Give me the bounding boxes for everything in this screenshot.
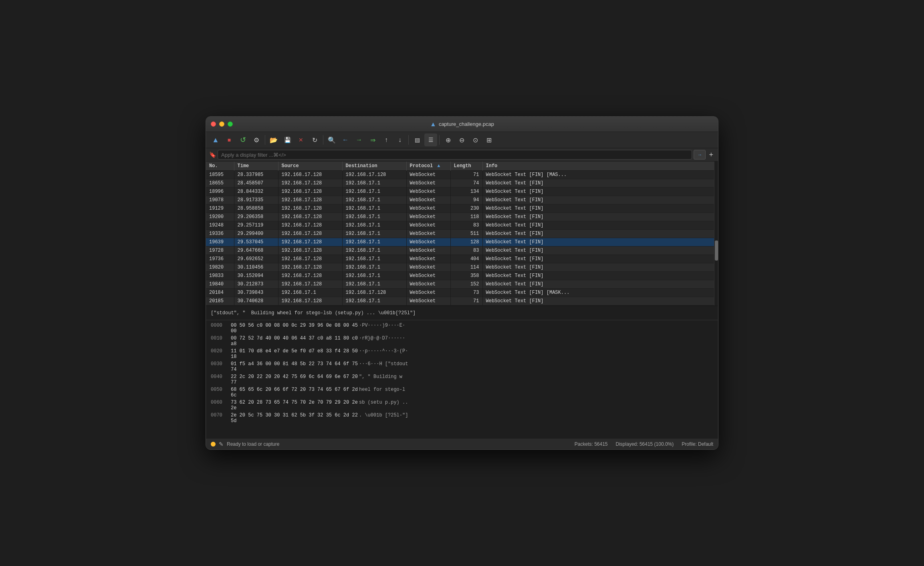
hex-row: 0010 00 72 52 7d 40 00 40 06 44 37 c0 a8… — [211, 335, 713, 348]
cell-dst: 192.168.17.1 — [342, 188, 406, 196]
cell-time: 28.958858 — [234, 204, 278, 213]
cell-src: 192.168.17.128 — [278, 179, 342, 188]
table-row[interactable]: 18595 28.337985 192.168.17.128 192.168.1… — [206, 171, 718, 179]
window-title: ▲ capture_challenge.pcap — [430, 121, 494, 128]
col-header-time[interactable]: Time — [234, 162, 278, 171]
cell-dst: 192.168.17.1 — [342, 297, 406, 305]
table-row[interactable]: 18996 28.844332 192.168.17.128 192.168.1… — [206, 188, 718, 196]
zoom-reset-button[interactable]: ⊙ — [469, 133, 482, 146]
cell-len: 404 — [450, 255, 482, 263]
capture-options-button[interactable]: ⚙ — [250, 133, 263, 146]
edit-icon: ✎ — [219, 441, 224, 447]
resize-columns-button[interactable]: ⊞ — [482, 133, 495, 146]
cell-time: 29.647668 — [234, 247, 278, 255]
cell-info: WebSocket Text [FIN] — [482, 221, 718, 230]
restart-capture-button[interactable]: ↺ — [236, 133, 249, 146]
capture-status-dot — [211, 442, 216, 447]
table-row[interactable]: 19200 29.206358 192.168.17.128 192.168.1… — [206, 213, 718, 221]
cell-info: WebSocket Text [FIN] [MAS... — [482, 171, 718, 179]
detail-area: ["stdout", " Building wheel for stego-ls… — [206, 305, 718, 320]
cell-src: 192.168.17.128 — [278, 221, 342, 230]
table-row[interactable]: 19639 29.537045 192.168.17.128 192.168.1… — [206, 238, 718, 247]
reload-button[interactable]: ↻ — [308, 133, 321, 146]
cell-time: 30.212873 — [234, 280, 278, 289]
cell-no: 19639 — [206, 238, 234, 247]
table-row[interactable]: 19728 29.647668 192.168.17.128 192.168.1… — [206, 247, 718, 255]
cell-time: 29.299400 — [234, 230, 278, 238]
table-row[interactable]: 18655 28.458507 192.168.17.128 192.168.1… — [206, 179, 718, 188]
col-header-length[interactable]: Length — [450, 162, 482, 171]
cell-dst: 192.168.17.1 — [342, 280, 406, 289]
cell-no: 19820 — [206, 263, 234, 272]
table-row[interactable]: 19840 30.212873 192.168.17.128 192.168.1… — [206, 280, 718, 289]
cell-proto: WebSocket — [406, 196, 450, 204]
scrollbar-thumb-v[interactable] — [715, 241, 718, 261]
table-row[interactable]: 19833 30.152094 192.168.17.128 192.168.1… — [206, 272, 718, 280]
go-packet-button[interactable]: ⇒ — [366, 133, 379, 146]
filter-add-button[interactable]: + — [707, 151, 715, 158]
cell-proto: WebSocket — [406, 255, 450, 263]
cell-dst: 192.168.17.1 — [342, 204, 406, 213]
cell-len: 358 — [450, 272, 482, 280]
filter-apply-button[interactable]: → — [694, 150, 706, 160]
titlebar: ▲ capture_challenge.pcap — [206, 117, 718, 132]
auto-scroll-button[interactable]: ☰ — [424, 133, 437, 146]
toolbar-sep-1 — [265, 135, 265, 145]
col-header-no[interactable]: No. — [206, 162, 234, 171]
zoom-in-button[interactable]: ⊕ — [442, 133, 454, 146]
minimize-window-button[interactable] — [219, 121, 224, 127]
hex-ascii: ···6···H ["stdout — [359, 361, 713, 372]
table-row[interactable]: 19820 30.110456 192.168.17.128 192.168.1… — [206, 263, 718, 272]
hex-bytes: 22 2c 20 22 20 20 42 75 69 6c 64 69 6e 6… — [231, 374, 359, 385]
close-file-button[interactable]: ✕ — [295, 133, 307, 146]
stop-capture-button[interactable]: ■ — [223, 133, 236, 146]
packet-table-scroll[interactable]: No. Time Source Destination Protocol — [206, 162, 718, 305]
col-header-protocol[interactable]: Protocol ▲ — [406, 162, 450, 171]
prev-button[interactable]: ↑ — [380, 133, 393, 146]
find-button[interactable]: 🔍 — [325, 133, 338, 146]
table-row[interactable]: 19248 29.257119 192.168.17.128 192.168.1… — [206, 221, 718, 230]
hex-container: 0000 00 50 56 c0 00 08 00 0c 29 39 96 0e… — [211, 322, 713, 424]
start-capture-button[interactable]: ▲ — [209, 133, 222, 146]
hex-bytes: 11 01 70 d8 e4 e7 de 5e f0 d7 e8 33 f4 2… — [231, 348, 359, 360]
back-button[interactable]: ← — [339, 133, 352, 146]
cell-no: 19078 — [206, 196, 234, 204]
scrollbar-track-v[interactable] — [714, 162, 718, 305]
hex-bytes: 00 72 52 7d 40 00 40 06 44 37 c0 a8 11 8… — [231, 336, 359, 347]
table-row[interactable]: 19336 29.299400 192.168.17.128 192.168.1… — [206, 230, 718, 238]
hex-ascii: heel for stego-l — [359, 387, 713, 398]
cell-no: 19200 — [206, 213, 234, 221]
cell-info: WebSocket Text [FIN] — [482, 297, 718, 305]
table-row[interactable]: 19736 29.692652 192.168.17.128 192.168.1… — [206, 255, 718, 263]
cell-time: 28.458507 — [234, 179, 278, 188]
cell-time: 28.337985 — [234, 171, 278, 179]
maximize-window-button[interactable] — [228, 121, 233, 127]
cell-info: WebSocket Text [FIN] — [482, 247, 718, 255]
table-row[interactable]: 19129 28.958858 192.168.17.128 192.168.1… — [206, 204, 718, 213]
table-row[interactable]: 20185 30.740628 192.168.17.128 192.168.1… — [206, 297, 718, 305]
zoom-out-button[interactable]: ⊖ — [455, 133, 468, 146]
colorize-button[interactable]: ▤ — [411, 133, 424, 146]
next-button[interactable]: ↓ — [393, 133, 406, 146]
cell-time: 30.152094 — [234, 272, 278, 280]
cell-proto: WebSocket — [406, 204, 450, 213]
filter-input[interactable] — [218, 150, 692, 160]
cell-no: 18996 — [206, 188, 234, 196]
hex-offset: 0010 — [211, 336, 231, 347]
close-window-button[interactable] — [211, 121, 216, 127]
cell-proto: WebSocket — [406, 171, 450, 179]
col-header-source[interactable]: Source — [278, 162, 342, 171]
bottom-pad — [206, 426, 718, 438]
hex-offset: 0000 — [211, 323, 231, 334]
col-header-destination[interactable]: Destination — [342, 162, 406, 171]
wireshark-icon: ▲ — [430, 121, 436, 128]
cell-src: 192.168.17.128 — [278, 204, 342, 213]
col-header-info[interactable]: Info — [482, 162, 718, 171]
table-row[interactable]: 19078 28.917335 192.168.17.128 192.168.1… — [206, 196, 718, 204]
cell-proto: WebSocket — [406, 221, 450, 230]
cell-src: 192.168.17.128 — [278, 280, 342, 289]
open-button[interactable]: 📂 — [267, 133, 280, 146]
forward-button[interactable]: → — [353, 133, 365, 146]
table-row[interactable]: 20184 30.739843 192.168.17.1 192.168.17.… — [206, 289, 718, 297]
save-button[interactable]: 💾 — [281, 133, 294, 146]
